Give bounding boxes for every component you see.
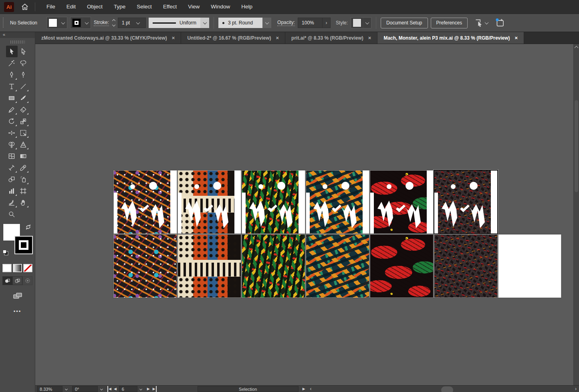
style-swatch[interactable]: [353, 18, 361, 27]
document-tab[interactable]: Untitled-2* @ 16.67 % (RGB/Preview) ×: [181, 32, 285, 44]
scroll-right-icon[interactable]: ›: [575, 386, 577, 392]
rotation-field[interactable]: 0°: [72, 386, 98, 392]
artboard-9[interactable]: [242, 235, 305, 298]
menu-item[interactable]: Type: [108, 0, 131, 14]
mesh-tool-icon[interactable]: [6, 150, 18, 162]
width-profile-control[interactable]: Uniform: [149, 18, 209, 28]
tab-close-icon[interactable]: ×: [172, 35, 175, 41]
menu-item[interactable]: Effect: [157, 0, 182, 14]
tab-close-icon[interactable]: ×: [515, 35, 518, 41]
change-screen-mode-icon[interactable]: [0, 291, 35, 300]
color-button[interactable]: [2, 264, 12, 272]
artboard-11[interactable]: [370, 235, 433, 298]
shaper-tool-icon[interactable]: [6, 104, 18, 115]
first-artboard-icon[interactable]: ◀: [107, 386, 111, 392]
edit-toolbar-icon[interactable]: •••: [0, 308, 35, 314]
vertical-scroll-thumb[interactable]: [575, 100, 578, 192]
brush-dropdown[interactable]: [262, 18, 271, 28]
draw-normal-icon[interactable]: [2, 276, 12, 285]
artboard-10[interactable]: [306, 235, 369, 298]
gradient-button[interactable]: [13, 264, 22, 272]
artboard-13-blank[interactable]: [498, 235, 561, 298]
column-graph-tool-icon[interactable]: [6, 185, 18, 197]
scroll-left-icon[interactable]: ‹: [310, 386, 312, 392]
menu-item[interactable]: File: [41, 0, 61, 14]
select-similar-icon[interactable]: [474, 18, 484, 28]
slice-tool-icon[interactable]: [6, 197, 18, 208]
artboard-12[interactable]: [434, 235, 497, 298]
gradient-tool-icon[interactable]: [18, 150, 29, 162]
stroke-weight-stepper[interactable]: [113, 20, 115, 26]
previous-artboard-icon[interactable]: ◀: [114, 386, 117, 392]
stroke-weight-dropdown[interactable]: [134, 18, 142, 28]
tab-close-icon[interactable]: ×: [368, 35, 371, 41]
paintbrush-tool-icon[interactable]: [18, 92, 29, 104]
selection-tool-icon[interactable]: [6, 46, 18, 57]
menu-item[interactable]: View: [182, 0, 205, 14]
stroke-weight-field[interactable]: 1 pt: [118, 18, 146, 28]
curvature-tool-icon[interactable]: [18, 69, 29, 80]
document-setup-button[interactable]: Document Setup: [381, 18, 428, 28]
preferences-button[interactable]: Preferences: [431, 18, 468, 28]
opacity-panel-link[interactable]: Opacity:: [277, 20, 295, 26]
scroll-up-icon[interactable]: [575, 46, 579, 50]
panel-grip-icon[interactable]: [2, 18, 5, 28]
fill-color-control[interactable]: [46, 17, 67, 29]
artboard-tool-icon[interactable]: [18, 185, 29, 197]
document-tab[interactable]: Mach, Monster, alein P3 mix.ai @ 8.33 % …: [377, 32, 524, 44]
menu-item[interactable]: Object: [81, 0, 108, 14]
rectangle-tool-icon[interactable]: [6, 92, 18, 104]
artboard-5[interactable]: [370, 171, 433, 233]
eraser-tool-icon[interactable]: [18, 104, 29, 115]
width-profile-dropdown[interactable]: [200, 18, 209, 28]
opacity-popup-button[interactable]: ›: [323, 18, 331, 28]
menu-item[interactable]: Window: [205, 0, 236, 14]
line-segment-tool-icon[interactable]: [18, 80, 29, 92]
swap-fill-stroke-icon[interactable]: [25, 224, 32, 230]
magic-wand-tool-icon[interactable]: [6, 57, 18, 69]
document-tab[interactable]: zMost wanted Colorways.ai @ 33.33 % (CMY…: [35, 32, 181, 44]
default-fill-stroke-icon[interactable]: [2, 249, 9, 256]
vertical-scrollbar[interactable]: [573, 44, 579, 385]
opacity-control[interactable]: 100% ›: [298, 18, 331, 28]
zoom-tool-icon[interactable]: [6, 208, 18, 220]
draw-behind-icon[interactable]: [12, 276, 22, 285]
status-menu-icon[interactable]: ▶: [303, 387, 305, 391]
lasso-tool-icon[interactable]: [18, 57, 29, 69]
direct-selection-tool-icon[interactable]: [18, 46, 29, 57]
width-tool-icon[interactable]: [6, 127, 18, 139]
fill-swatch[interactable]: [48, 18, 57, 27]
last-artboard-icon[interactable]: ▶: [152, 386, 157, 392]
home-icon[interactable]: [20, 2, 29, 11]
eyedropper-tool-icon[interactable]: [18, 162, 29, 173]
artboard-8[interactable]: [178, 235, 241, 298]
canvas[interactable]: [35, 44, 579, 385]
menu-item[interactable]: Help: [236, 0, 258, 14]
type-tool-icon[interactable]: [6, 80, 18, 92]
generative-ai-icon[interactable]: [495, 18, 505, 28]
fill-dropdown-button[interactable]: [59, 17, 67, 28]
next-artboard-icon[interactable]: ▶: [147, 386, 150, 392]
horizontal-scroll-thumb[interactable]: [441, 386, 453, 392]
free-transform-tool-icon[interactable]: [18, 127, 29, 139]
artboard-1[interactable]: [114, 171, 177, 233]
artboard-3[interactable]: [242, 171, 305, 233]
artboard-6[interactable]: [434, 171, 497, 233]
none-button[interactable]: [23, 264, 32, 272]
hand-tool-icon[interactable]: [18, 197, 29, 208]
measure-tool-icon[interactable]: [6, 162, 18, 173]
artboard-number-dropdown[interactable]: [137, 386, 145, 392]
tab-close-icon[interactable]: ×: [276, 35, 279, 41]
blend-tool-icon[interactable]: [6, 173, 18, 185]
document-tab[interactable]: prit.ai* @ 8.33 % (RGB/Preview) ×: [285, 32, 377, 44]
rotate-tool-icon[interactable]: [6, 115, 18, 127]
artboard-7[interactable]: [114, 235, 177, 298]
stroke-dropdown-button[interactable]: [83, 17, 91, 28]
scale-tool-icon[interactable]: [18, 115, 29, 127]
stroke-swatch[interactable]: [72, 18, 81, 27]
select-similar-dropdown[interactable]: [485, 20, 488, 26]
stroke-panel-link[interactable]: Stroke:: [94, 20, 109, 26]
artboard-2[interactable]: [178, 171, 241, 233]
pen-tool-icon[interactable]: [6, 69, 18, 80]
shape-builder-tool-icon[interactable]: [6, 139, 18, 150]
